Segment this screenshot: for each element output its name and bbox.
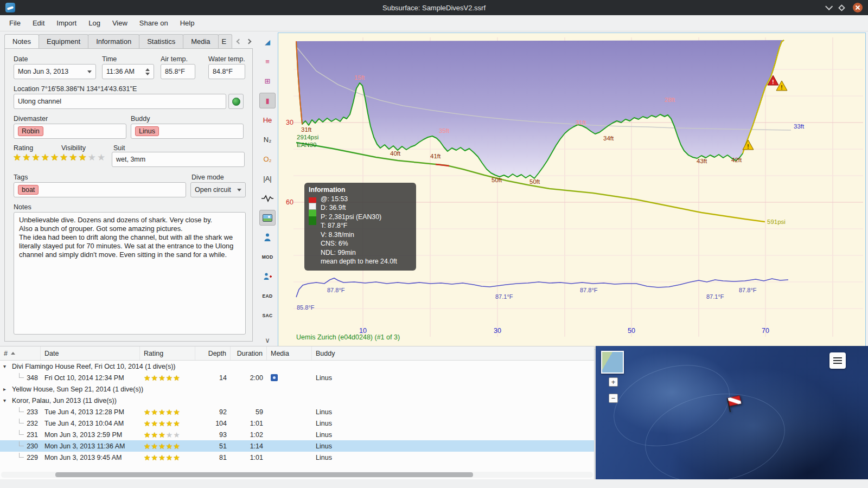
zoom-out-button[interactable]: − (609, 394, 618, 403)
notes-textarea[interactable]: Unbelievable dive. Dozens and dozens of … (14, 212, 246, 335)
temp-label: 85.8°F (297, 304, 315, 311)
air-temp-label: Air temp. (161, 55, 188, 63)
col-rating[interactable]: Rating (140, 346, 195, 360)
dive-row[interactable]: 229 Mon Jun 3, 2013 9:45 AM ★★★★★ 81 1:0… (0, 452, 594, 463)
info-tabbar: Notes Equipment Information Statistics M… (4, 34, 253, 49)
sac-icon[interactable]: SAC (259, 307, 276, 323)
menu-help[interactable]: Help (174, 16, 201, 30)
menu-import[interactable]: Import (50, 16, 82, 30)
ead-icon[interactable]: EAD (259, 288, 276, 304)
rating-label: Rating (14, 144, 33, 152)
zoom-icon[interactable]: ⊞ (259, 73, 276, 89)
window-title: Subsurface: SampleDivesV2.ssrf (0, 4, 868, 12)
pp-oxygen-icon[interactable]: O₂ (259, 151, 276, 167)
location-field[interactable]: Ulong channel (14, 94, 226, 109)
tank-pressure-icon[interactable]: ▮ (259, 93, 276, 108)
add-picture-icon[interactable] (259, 268, 276, 284)
zoom-in-button[interactable]: + (609, 377, 618, 387)
dive-computer-label[interactable]: Uemis Zurich (e04d0248) (#1 of 3) (296, 333, 400, 341)
dive-site-map[interactable]: + − (595, 346, 868, 479)
dive-row[interactable]: 231 Mon Jun 3, 2013 2:59 PM ★★★★★ 93 1:0… (0, 429, 594, 440)
tab-equipment[interactable]: Equipment (39, 34, 88, 49)
tab-scroll-left-icon[interactable] (235, 36, 243, 47)
dive-rating-stars: ★★★★★ (140, 372, 195, 383)
minimize-icon[interactable] (825, 3, 833, 10)
tab-extra-info[interactable]: E (218, 34, 232, 49)
tab-scroll-right-icon[interactable] (245, 36, 253, 47)
trip-row[interactable]: ▾ Koror, Palau, Jun 2013 (11 dive(s)) (0, 395, 594, 406)
trip-row[interactable]: ▾ Divi Flamingo House Reef, Fri Oct 10, … (0, 361, 594, 372)
caret-down-icon[interactable]: ▾ (3, 363, 9, 369)
tab-media[interactable]: Media (183, 34, 218, 49)
dive-list-header: # Date Rating Depth Duration Media Buddy (0, 346, 594, 361)
date-combobox[interactable]: Mon Jun 3, 2013 (14, 64, 96, 79)
divemaster-chip[interactable]: Robin (18, 126, 43, 136)
suit-field[interactable]: wet, 3mm (112, 152, 245, 167)
diver-icon[interactable] (259, 229, 276, 245)
dive-row[interactable]: 232 Tue Jun 4, 2013 10:04 AM ★★★★★ 104 1… (0, 418, 594, 429)
ceiling-icon[interactable]: |A| (259, 171, 276, 187)
tags-field[interactable]: boat (14, 182, 186, 197)
ruler-icon[interactable]: ≡ (259, 54, 276, 69)
col-depth[interactable]: Depth (195, 346, 231, 360)
dive-row[interactable]: 348 Fri Oct 10, 2014 12:34 PM ★★★★★ 14 2… (0, 372, 594, 383)
dive-mode-combobox[interactable]: Open circuit (190, 182, 246, 197)
spin-arrows-icon[interactable] (145, 68, 150, 75)
horizontal-scrollbar[interactable] (1, 472, 593, 478)
col-date[interactable]: Date (41, 346, 140, 360)
temp-label: 87.1°F (495, 293, 513, 300)
dive-rating-stars: ★★★★★ (140, 440, 195, 452)
water-temp-field[interactable]: 84.8°F (208, 64, 245, 79)
menu-edit[interactable]: Edit (27, 16, 50, 30)
map-location-button[interactable] (228, 94, 244, 109)
air-temp-field[interactable]: 85.8°F (161, 64, 195, 79)
heartrate-icon[interactable] (259, 190, 276, 206)
visibility-stars[interactable]: ★★★★★ (60, 153, 106, 162)
menu-share-on[interactable]: Share on (133, 16, 174, 30)
col-number[interactable]: # (0, 346, 41, 360)
pressure-warning-segment (436, 164, 449, 166)
trip-label: Divi Flamingo House Reef, Fri Oct 10, 20… (12, 363, 176, 370)
caret-down-icon[interactable]: ▾ (3, 397, 9, 403)
buddy-field[interactable]: Linus (131, 124, 244, 139)
dive-profile-plot[interactable]: ! ! ! 30 60 10 30 50 70 31ft 15ft 40ft 3… (278, 33, 866, 350)
tooltip-color-key (309, 197, 316, 225)
mod-icon[interactable]: MOD (259, 249, 276, 265)
map-menu-icon[interactable] (829, 352, 846, 369)
caret-right-icon[interactable]: ▸ (3, 386, 9, 392)
trip-row[interactable]: ▸ Yellow House, Sun Sep 21, 2014 (1 dive… (0, 383, 594, 395)
menu-file[interactable]: File (3, 16, 27, 30)
pp-helium-icon[interactable]: He (259, 112, 276, 128)
col-media[interactable]: Media (267, 346, 312, 360)
col-buddy[interactable]: Buddy (312, 346, 594, 360)
menu-log[interactable]: Log (82, 16, 106, 30)
tab-notes[interactable]: Notes (4, 34, 39, 49)
col-duration[interactable]: Duration (231, 346, 267, 360)
close-icon[interactable] (853, 3, 863, 12)
dive-mode-label: Dive mode (192, 174, 224, 181)
tab-information[interactable]: Information (88, 34, 139, 49)
dive-list: # Date Rating Depth Duration Media Buddy… (0, 346, 595, 479)
pp-nitrogen-icon[interactable]: N₂ (259, 132, 276, 147)
rating-stars[interactable]: ★★★★★ (13, 153, 60, 162)
overview-minimap[interactable] (601, 351, 624, 374)
dive-rating-stars: ★★★★★ (140, 429, 195, 440)
dive-row-selected[interactable]: 230 Mon Jun 3, 2013 11:36 AM ★★★★★ 51 1:… (0, 440, 594, 452)
svg-text:!: ! (781, 85, 782, 91)
scrollbar-thumb[interactable] (55, 472, 473, 477)
start-pressure-label: 2914psi (297, 134, 318, 140)
dive-row[interactable]: 233 Tue Jun 4, 2013 12:28 PM ★★★★★ 92 59… (0, 406, 594, 418)
dive-profile-icon[interactable]: ◢ (259, 34, 276, 50)
maximize-icon[interactable] (838, 4, 845, 11)
tag-chip[interactable]: boat (18, 185, 39, 195)
time-tick-50: 50 (628, 327, 635, 335)
media-icon[interactable] (271, 374, 278, 381)
time-spinbox[interactable]: 11:36 AM (102, 64, 154, 79)
tab-statistics[interactable]: Statistics (139, 34, 183, 49)
divemaster-field[interactable]: Robin (14, 124, 126, 139)
dive-date: Tue Jun 4, 2013 12:28 PM (41, 406, 140, 418)
dive-flag-marker[interactable] (723, 392, 745, 415)
photos-icon[interactable] (259, 210, 276, 226)
buddy-chip[interactable]: Linus (135, 126, 159, 136)
menu-view[interactable]: View (106, 16, 133, 30)
